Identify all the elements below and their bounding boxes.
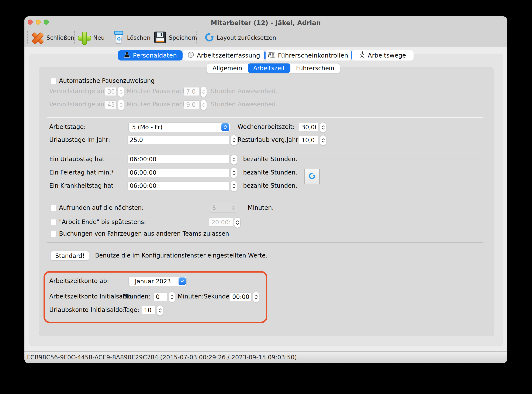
resturlaub-label: Resturlaub verg.Jahr:	[238, 136, 300, 144]
record-uuid-text: FCB98C56-9F0C-4458-ACE9-8A890E29C784 (20…	[27, 352, 297, 363]
subtab-arbeitszeit[interactable]: Arbeitszeit	[248, 63, 291, 73]
reset-layout-button[interactable]: Layout zurücksetzen	[204, 29, 276, 46]
standard-button[interactable]: Standard!	[51, 251, 89, 260]
pause2-middle-label: Minuten Pause nach	[127, 100, 186, 109]
arbeitstage-label: Arbeitstage:	[49, 123, 86, 131]
new-button[interactable]: Neu	[77, 29, 105, 46]
wochenarbeitszeit-label: Wochenarbeitszeit:	[238, 123, 294, 131]
toolbar-separator	[196, 31, 197, 44]
krankheitstag-hours-stepper[interactable]	[231, 181, 237, 191]
tab-fuehrerscheinkontrollen[interactable]: Führerscheinkontrollen	[265, 50, 351, 61]
plus-icon	[77, 31, 91, 44]
paid-hours-suffix: bezahlte Stunden.	[243, 155, 297, 163]
tab-arbeitszeiterfassung[interactable]: Arbeitszeiterfassung	[183, 50, 265, 61]
separator	[47, 242, 483, 243]
feiertag-hours-stepper[interactable]	[231, 168, 237, 178]
feiertag-hours-input[interactable]	[127, 168, 229, 177]
toolbar-separator	[27, 31, 28, 44]
pause1-hours-stepper	[200, 87, 207, 97]
toolbar: Schließen Neu ♻ Löschen	[24, 29, 507, 46]
minuten-sekunden-stepper[interactable]	[253, 292, 259, 302]
stunden-label: Stunden:	[124, 292, 150, 301]
pause2-suffix-label: Stunden Anwesenheit.	[211, 100, 278, 109]
tage-input[interactable]	[142, 306, 156, 314]
paid-hours-suffix: bezahlte Stunden.	[243, 181, 297, 190]
separator	[47, 153, 483, 154]
standard-description: Benutze die im Konfigurationsfenster ein…	[95, 251, 268, 260]
arbeitende-label: "Arbeit Ende" bis spätestens:	[59, 218, 146, 226]
arbeitstage-select[interactable]: 5 (Mo - Fr)	[129, 123, 230, 132]
feiertag-hat-label: Ein Feiertag hat min.*	[49, 168, 114, 177]
wochenarbeitszeit-stepper[interactable]	[320, 122, 326, 133]
tab-label: Arbeitswege	[368, 52, 406, 59]
main-tab-bar: Personaldaten Arbeitszeiterfassung	[118, 50, 413, 61]
status-bar: FCB98C56-9F0C-4458-ACE9-8A890E29C784 (20…	[24, 351, 507, 363]
urlaubstage-stepper[interactable]	[231, 135, 237, 145]
tab-label: Personaldaten	[133, 52, 177, 59]
pause2-minutes-stepper	[118, 100, 124, 110]
floppy-disk-icon	[154, 31, 166, 44]
tab-separator	[351, 51, 352, 59]
aufrunden-checkbox[interactable]	[50, 205, 57, 211]
urlaubstage-input[interactable]	[127, 136, 229, 144]
combo-chevrons-icon	[232, 206, 235, 210]
pause1-hours-input	[184, 87, 199, 96]
popup-chevrons-icon	[222, 123, 229, 131]
urlaubstag-hours-stepper[interactable]	[231, 154, 237, 165]
tab-personaldaten[interactable]: Personaldaten	[118, 50, 183, 61]
svg-text:♻: ♻	[116, 36, 121, 42]
arbeitende-checkbox[interactable]	[50, 219, 57, 225]
arbeitende-stepper[interactable]	[234, 217, 241, 228]
reset-hours-button[interactable]	[305, 169, 320, 184]
delete-button[interactable]: ♻ Löschen	[113, 29, 150, 46]
tab-arbeitswege[interactable]: Arbeitswege	[351, 50, 413, 61]
sub-tab-bar: Allgemein Arbeitszeit Führerschein	[207, 63, 340, 73]
new-button-label: Neu	[93, 34, 105, 41]
krankheitstag-hours-input[interactable]	[127, 181, 229, 190]
separator	[47, 195, 483, 195]
close-button-label: Schließen	[46, 34, 74, 41]
person-icon	[124, 51, 130, 60]
subtab-fuehrerschein[interactable]: Führerschein	[290, 63, 340, 73]
stunden-stepper[interactable]	[169, 292, 175, 302]
subtab-allgemein[interactable]: Allgemein	[207, 63, 248, 73]
pause1-minutes-input	[105, 87, 117, 96]
close-x-icon	[31, 31, 44, 44]
urlaubstag-hat-label: Ein Urlaubstag hat	[49, 155, 104, 163]
title-bar: Mitarbeiter (12) - Jäkel, Adrian	[24, 16, 507, 29]
window-chrome: Mitarbeiter (12) - Jäkel, Adrian Schließ…	[24, 16, 507, 47]
wochenarbeitszeit-input[interactable]	[299, 123, 319, 131]
auto-pause-checkbox[interactable]	[50, 78, 57, 84]
urlaubstag-hours-input[interactable]	[127, 155, 229, 163]
minuten-sekunden-input[interactable]	[230, 293, 252, 301]
resturlaub-stepper[interactable]	[320, 135, 326, 146]
arbeitszeitkonto-ab-value: Januar 2023	[129, 277, 177, 286]
urlaubstage-label: Urlaubstage im Jahr:	[49, 136, 110, 144]
pause2-minutes-input	[105, 100, 117, 109]
paid-hours-suffix: bezahlte Stunden.	[243, 168, 297, 177]
buchungen-checkbox[interactable]	[50, 231, 57, 237]
close-button[interactable]: Schließen	[31, 29, 74, 46]
save-button-label: Speichern	[169, 34, 197, 41]
tab-label: Arbeitszeiterfassung	[197, 52, 260, 59]
arbeitszeitkonto-ab-select[interactable]: Januar 2023	[129, 277, 187, 286]
window-title: Mitarbeiter (12) - Jäkel, Adrian	[24, 16, 507, 29]
krankheitstag-hat-label: Ein Krankheitstag hat	[49, 181, 113, 190]
delete-button-label: Löschen	[127, 34, 150, 41]
refresh-arrow-icon	[204, 32, 214, 43]
pause2-prefix-label: Vervollständige auf	[49, 100, 107, 109]
clock-icon	[187, 51, 194, 60]
tage-stepper[interactable]	[157, 305, 163, 316]
refresh-arrow-icon	[309, 172, 316, 181]
trash-icon: ♻	[113, 31, 125, 45]
stunden-input[interactable]	[154, 293, 167, 301]
aufrunden-label: Aufrunden auf die nächsten:	[59, 204, 144, 212]
urlaubskonto-label: Urlaubskonto Initialsaldo:	[49, 306, 125, 314]
resturlaub-input[interactable]	[299, 136, 319, 144]
reset-layout-label: Layout zurücksetzen	[217, 34, 276, 41]
pause1-suffix-label: Stunden Anwesenheit.	[211, 87, 278, 96]
save-button[interactable]: Speichern	[154, 29, 197, 46]
app-window: Mitarbeiter (12) - Jäkel, Adrian Schließ…	[24, 16, 507, 363]
pause1-minutes-stepper	[118, 87, 124, 97]
license-card-icon	[268, 52, 275, 59]
